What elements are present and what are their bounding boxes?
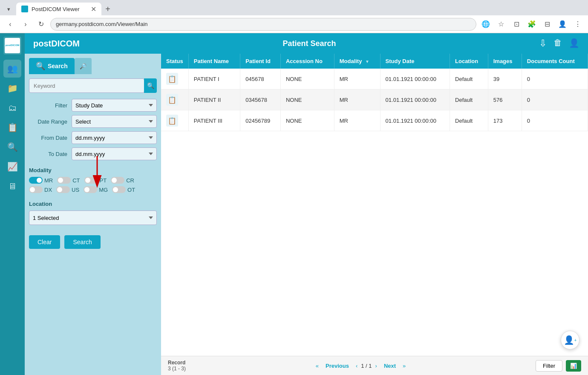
modality-cr-toggle[interactable] [111, 177, 124, 184]
tab-title: PostDICOM Viewer [32, 6, 79, 12]
right-content: Status Patient Name Patient Id Accession… [161, 54, 588, 375]
record-count: 3 (1 - 3) [168, 366, 186, 372]
extensions-btn[interactable]: 🧩 [526, 18, 538, 30]
modality-pt-toggle[interactable] [84, 177, 98, 184]
pagination: « Previous ‹ 1 / 1 › Next » [316, 361, 406, 371]
filter-btn[interactable]: Filter [536, 360, 562, 372]
modality-us-label: US [72, 187, 79, 193]
modality-section: Modality MR CT PT [29, 167, 157, 196]
location-select[interactable]: 1 Selected [29, 211, 157, 225]
clear-button[interactable]: Clear [29, 235, 60, 249]
refresh-btn[interactable]: ↻ [35, 18, 47, 30]
status-icon-0: 📋 [166, 73, 178, 85]
trash-btn[interactable]: 🗑 [553, 38, 562, 49]
col-modality-label: Modality [340, 58, 362, 64]
modality-dx-toggle[interactable] [29, 186, 43, 193]
modality-ct-label: CT [72, 177, 80, 184]
modality-ot: OT [112, 186, 135, 193]
modality-ct-toggle[interactable] [57, 177, 71, 184]
col-location-label: Location [455, 58, 478, 64]
float-btn-plus: + [574, 338, 577, 343]
row-0-patient-name: PATIENT I [188, 69, 240, 89]
modality-cr-label: CR [126, 177, 134, 184]
active-tab[interactable]: PostDICOM Viewer ✕ [16, 3, 101, 15]
modality-us-toggle[interactable] [56, 186, 70, 193]
new-tab-btn[interactable]: + [101, 3, 114, 15]
modality-ct: CT [57, 177, 80, 184]
filter-select[interactable]: Study Date Patient Name Patient ID [72, 99, 157, 112]
tab-advanced[interactable]: 🔎 [75, 58, 92, 74]
filter-row: Filter Study Date Patient Name Patient I… [29, 99, 157, 112]
main-body: 🔍 Search 🔎 🔍 Filter Study Date [25, 54, 588, 375]
table-row[interactable]: 📋 PATIENT I 045678 NONE MR 01.01.1921 00… [161, 69, 588, 89]
tab-close-btn[interactable]: ✕ [91, 5, 96, 13]
modality-us: US [56, 186, 79, 193]
sidebar-item-monitor[interactable]: 🖥 [3, 177, 21, 195]
main-content: postDICOM Patient Search ⇩ 🗑 👤 🔍 Search [25, 33, 588, 375]
keyword-search-btn[interactable]: 🔍 [144, 78, 157, 93]
table-row[interactable]: 📋 PATIENT II 0345678 NONE MR 01.01.1921 … [161, 89, 588, 110]
table-container: Status Patient Name Patient Id Accession… [161, 54, 588, 356]
col-images-label: Images [493, 58, 513, 64]
row-2-location: Default [450, 110, 488, 131]
menu-btn[interactable]: ⋮ [572, 18, 584, 30]
translate-btn[interactable]: 🌐 [480, 18, 492, 30]
modality-mr-toggle[interactable] [29, 177, 43, 184]
user-btn[interactable]: 👤 [569, 38, 579, 49]
col-study-date-label: Study Date [386, 58, 415, 64]
date-range-select[interactable]: Select Today Last 7 Days Last 30 Days [72, 115, 157, 128]
excel-btn[interactable]: 📊 [566, 360, 581, 372]
row-1-status: 📋 [161, 89, 188, 110]
table-header: Status Patient Name Patient Id Accession… [161, 54, 588, 69]
sidebar-item-users[interactable]: 👥 [3, 60, 21, 78]
sidebar-btn[interactable]: ⊟ [541, 18, 553, 30]
sidebar-item-notes[interactable]: 📋 [3, 118, 21, 136]
split-btn[interactable]: ⊡ [510, 18, 522, 30]
bookmark-btn[interactable]: ☆ [495, 18, 507, 30]
modality-mg-toggle[interactable] [84, 186, 97, 193]
row-2-study-date: 01.01.1921 00:00:00 [380, 110, 450, 131]
date-range-label: Date Range [29, 118, 67, 125]
next-chevron: › [375, 363, 377, 369]
profile-btn[interactable]: 👤 [556, 18, 568, 30]
forward-btn[interactable]: › [20, 18, 32, 30]
import-btn[interactable]: ⇩ [539, 38, 547, 49]
address-bar[interactable]: germany.postdicom.com/Viewer/Main [50, 18, 476, 31]
tab-search[interactable]: 🔍 Search [29, 58, 75, 74]
modality-ot-toggle[interactable] [112, 186, 126, 193]
keyword-input[interactable] [29, 78, 144, 93]
sidebar-item-folder[interactable]: 📁 [3, 79, 21, 97]
sidebar-item-analytics[interactable]: 📈 [3, 158, 21, 176]
modality-title: Modality [29, 167, 157, 173]
next-button[interactable]: Next [380, 361, 399, 371]
keyword-row: 🔍 [29, 78, 157, 93]
location-section: Location 1 Selected [29, 201, 157, 225]
back-btn[interactable]: ‹ [4, 18, 16, 30]
tab-favicon [21, 6, 28, 12]
prev-button[interactable]: Previous [322, 361, 352, 371]
from-date-row: From Date dd.mm.yyyy [29, 131, 157, 144]
table-row[interactable]: 📋 PATIENT III 02456789 NONE MR 01.01.192… [161, 110, 588, 131]
from-date-select[interactable]: dd.mm.yyyy [72, 131, 157, 144]
sidebar-item-search-reports[interactable]: 🔍 [3, 138, 21, 156]
col-images: Images [488, 54, 522, 69]
data-table: Status Patient Name Patient Id Accession… [161, 54, 588, 131]
modality-pt-label: PT [100, 177, 107, 184]
prev-chevron: ‹ [356, 363, 357, 369]
search-tab-icon: 🔍 [36, 61, 45, 71]
col-modality[interactable]: Modality ▼ [334, 54, 380, 69]
row-0-study-date: 01.01.1921 00:00:00 [380, 69, 450, 89]
logo: postDICOM [3, 37, 21, 55]
float-add-btn[interactable]: 👤 + [561, 331, 579, 349]
modality-sort-icon: ▼ [365, 59, 369, 64]
to-date-select[interactable]: dd.mm.yyyy [72, 147, 157, 160]
to-date-label: To Date [29, 151, 67, 157]
col-status-label: Status [166, 58, 183, 64]
status-icon-1: 📋 [166, 94, 178, 106]
sidebar-item-layers[interactable]: 🗂 [3, 99, 21, 117]
modality-pt: PT [84, 177, 107, 184]
tab-list-btn[interactable]: ▾ [3, 4, 14, 14]
row-0-accession-no: NONE [280, 69, 334, 89]
search-button[interactable]: Search [64, 235, 100, 249]
modality-dx-label: DX [44, 187, 52, 193]
